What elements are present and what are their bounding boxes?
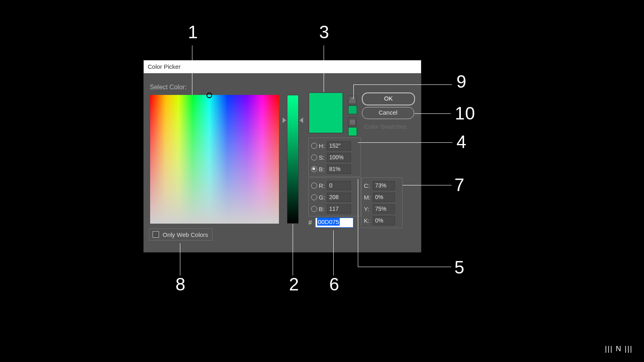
leader-8 xyxy=(180,243,180,276)
leader-3 xyxy=(324,45,324,92)
g-label: G: xyxy=(319,194,327,201)
leader-5h xyxy=(358,267,451,267)
g-input[interactable]: 208 xyxy=(327,193,351,202)
color-picker-dialog: Color Picker Select Color: xyxy=(144,60,421,252)
leader-2 xyxy=(293,224,293,276)
callout-6: 6 xyxy=(329,274,339,294)
new-color-swatch[interactable] xyxy=(309,93,343,113)
cancel-button[interactable]: Cancel xyxy=(362,107,414,119)
brand-logo: ||| N ||| xyxy=(605,345,633,353)
radio-b[interactable] xyxy=(311,166,317,172)
gamut-corrected-swatch[interactable] xyxy=(348,105,357,114)
m-input[interactable]: 0% xyxy=(373,193,395,202)
hash-icon: # xyxy=(308,219,312,226)
s-label: S: xyxy=(319,154,327,161)
leader-7 xyxy=(402,185,452,185)
slider-pointer-right-icon[interactable] xyxy=(299,117,303,123)
radio-g[interactable] xyxy=(311,194,317,200)
color-swatches-button[interactable]: Color Swatches xyxy=(364,123,407,130)
c-label: C: xyxy=(364,182,373,189)
slider-pointer-left-icon[interactable] xyxy=(283,117,286,123)
hex-row: # 00D075 xyxy=(308,218,353,228)
hex-input[interactable]: 00D075 xyxy=(315,218,353,228)
h-label: H: xyxy=(319,142,327,149)
radio-s[interactable] xyxy=(311,154,317,160)
out-of-gamut-warning-icon[interactable]: ⚠ xyxy=(348,96,357,105)
leader-9h xyxy=(353,84,452,85)
previous-color-swatch[interactable] xyxy=(309,113,343,133)
c-input[interactable]: 73% xyxy=(373,181,395,190)
callout-10: 10 xyxy=(455,103,475,123)
leader-1 xyxy=(192,45,192,95)
callout-4: 4 xyxy=(456,132,466,152)
cmyk-group: C:73% M:0% Y:75% K:0% xyxy=(361,177,402,228)
leader-9v xyxy=(353,84,354,99)
k-label: K: xyxy=(364,217,373,224)
rgb-group: R:0 G:208 B:117 xyxy=(308,177,361,216)
y-label: Y: xyxy=(364,206,373,212)
leader-5v xyxy=(358,179,358,267)
leader-10 xyxy=(415,113,451,114)
hsb-group: H:152° S:100% B:81% xyxy=(308,138,361,177)
callout-7: 7 xyxy=(454,175,464,195)
b-label: B: xyxy=(319,166,327,173)
svg-rect-2 xyxy=(287,95,298,223)
callout-5: 5 xyxy=(454,257,464,278)
radio-b2[interactable] xyxy=(311,206,317,212)
b2-label: B: xyxy=(319,206,327,212)
ok-button[interactable]: OK xyxy=(362,93,415,105)
diagram-stage: Color Picker Select Color: xyxy=(0,0,644,362)
y-input[interactable]: 75% xyxy=(373,204,395,214)
only-web-colors-label: Only Web Colors xyxy=(163,231,208,238)
r-input[interactable]: 0 xyxy=(327,181,351,190)
only-web-colors-checkbox[interactable]: Only Web Colors xyxy=(149,228,213,241)
b-input[interactable]: 81% xyxy=(327,165,351,174)
color-field-cursor[interactable] xyxy=(206,93,212,98)
callout-2: 2 xyxy=(289,274,299,294)
color-field[interactable] xyxy=(150,95,279,224)
h-input[interactable]: 152° xyxy=(327,141,351,150)
callout-3: 3 xyxy=(319,22,329,42)
b2-input[interactable]: 117 xyxy=(327,204,351,214)
new-previous-color xyxy=(309,93,343,133)
s-input[interactable]: 100% xyxy=(327,153,351,162)
callout-8: 8 xyxy=(175,274,186,294)
r-label: R: xyxy=(319,182,327,189)
select-color-label: Select Color: xyxy=(150,84,187,91)
dialog-title: Color Picker xyxy=(144,60,421,73)
brightness-slider[interactable] xyxy=(287,95,299,224)
leader-4 xyxy=(358,142,452,143)
leader-6 xyxy=(333,230,334,276)
radio-h[interactable] xyxy=(311,143,317,149)
callout-1: 1 xyxy=(188,22,198,42)
callout-9: 9 xyxy=(456,72,466,92)
k-input[interactable]: 0% xyxy=(373,216,395,225)
websafe-swatch[interactable] xyxy=(348,127,357,136)
cube-3d-icon[interactable]: ▤ xyxy=(348,117,357,126)
radio-r[interactable] xyxy=(311,183,317,189)
m-label: M: xyxy=(364,194,373,201)
svg-rect-1 xyxy=(150,95,279,224)
checkbox-icon[interactable] xyxy=(153,231,159,238)
